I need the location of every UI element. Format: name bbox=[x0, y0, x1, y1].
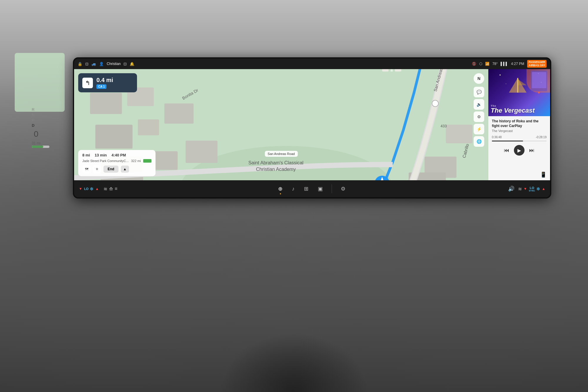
nav-tab-btn[interactable]: ⊕ bbox=[276, 184, 284, 193]
toolbar-left: ▼ LO ❄ ▲ ≋ ⟰ ≡ bbox=[79, 186, 117, 192]
battery-icon bbox=[143, 159, 151, 163]
steering-wheel-hint bbox=[220, 333, 368, 392]
next-btn[interactable]: ⏭ bbox=[529, 147, 534, 154]
phone-btn[interactable]: 📱 bbox=[540, 171, 547, 178]
time-elapsed: 0:36:48 bbox=[492, 136, 502, 139]
progress-bar[interactable] bbox=[492, 141, 547, 141]
gear-indicator: R N P D bbox=[32, 107, 34, 128]
range-text: 322 mi bbox=[131, 159, 141, 163]
bottom-toolbar: ▼ LO ❄ ▲ ≋ ⟰ ≡ ⊕ ♪ bbox=[74, 180, 550, 197]
left-fan-control: LO ❄ bbox=[84, 186, 93, 192]
show-name: The Vergecast bbox=[492, 129, 547, 133]
temperature: 78° bbox=[492, 62, 498, 66]
gear-d: D bbox=[32, 123, 34, 128]
time: 4:27 PM bbox=[511, 62, 524, 66]
trip-eta: 4:40 PM bbox=[111, 153, 126, 157]
settings-tab-btn[interactable]: ⚙ bbox=[339, 184, 347, 193]
north-indicator: N bbox=[474, 73, 484, 84]
copy-icon[interactable]: ⊡ bbox=[85, 62, 88, 66]
battery-bar bbox=[32, 146, 49, 148]
svg-point-20 bbox=[432, 100, 439, 107]
battery-fill bbox=[32, 146, 43, 148]
podcast-cover[interactable]: The The Vergecast bbox=[488, 69, 550, 116]
svg-rect-4 bbox=[95, 125, 132, 149]
trip-stats: 8 mi 13 min 4:40 PM bbox=[82, 153, 151, 157]
toolbar-divider bbox=[332, 184, 332, 193]
media-times: 0:36:48 -0:28:19 bbox=[492, 136, 547, 139]
person-icon[interactable]: 👤 bbox=[99, 62, 104, 66]
map-area[interactable]: CA 1 Saint Abraham's Classical Christian… bbox=[74, 69, 488, 180]
flash-btn[interactable]: ⚡ bbox=[474, 124, 484, 134]
car-icon[interactable]: 🚙 bbox=[91, 62, 96, 66]
apps-tab-btn[interactable]: ⊞ bbox=[302, 184, 310, 193]
right-up-arrow[interactable]: ▲ bbox=[542, 187, 545, 191]
volume-btn-right[interactable]: 🔊 bbox=[506, 184, 516, 193]
seat-heat-1[interactable]: ≋ bbox=[103, 186, 107, 192]
svg-rect-28 bbox=[517, 78, 518, 93]
expand-btn[interactable]: ▲ bbox=[121, 166, 129, 173]
svg-rect-8 bbox=[154, 151, 178, 170]
volume-btn[interactable]: 🔉 bbox=[474, 99, 484, 110]
status-left: 🔒 ⊡ 🚙 👤 Christian ⊡ 🔔 bbox=[78, 62, 134, 66]
prev-btn[interactable]: ⏮ bbox=[504, 147, 509, 154]
svg-rect-2 bbox=[90, 93, 122, 114]
range-display: 31 mi bbox=[32, 141, 40, 145]
vergecast-title: The Vergecast bbox=[491, 107, 548, 114]
svg-rect-15 bbox=[395, 69, 401, 71]
svg-rect-11 bbox=[446, 125, 472, 143]
right-seat-heat[interactable]: ≋ bbox=[518, 186, 522, 192]
svg-rect-35 bbox=[532, 72, 546, 88]
car-dashboard: R N P D 0 31 mi 🔒 ⊡ 🚙 👤 Christian ⊡ 🔔 bbox=[0, 0, 588, 392]
podcast-title-overlay: The The Vergecast bbox=[491, 104, 548, 114]
media-controls: ⏮ ▶ ⏭ bbox=[492, 145, 547, 156]
signal-bars: ▌▌▌ bbox=[501, 62, 508, 66]
lock-icon[interactable]: 🔒 bbox=[78, 62, 82, 66]
trip-duration: 13 min bbox=[95, 153, 107, 157]
svg-text:Christian Academy: Christian Academy bbox=[256, 166, 296, 172]
map-controls: 💬 🔉 ⚙ ⚡ 🌐 bbox=[474, 87, 484, 147]
wifi-off-icon: 📵 bbox=[472, 62, 476, 66]
time-remaining: -0:28:19 bbox=[536, 136, 547, 139]
trip-actions: 🗺 + End ▲ bbox=[82, 165, 151, 173]
bell-icon[interactable]: 🔔 bbox=[130, 62, 134, 66]
bluetooth-icon: ⬡ bbox=[479, 62, 482, 66]
left-fan-icon[interactable]: ❄ bbox=[90, 186, 93, 192]
globe-btn[interactable]: 🌐 bbox=[474, 136, 484, 147]
svg-point-30 bbox=[500, 74, 501, 76]
episode-title: The history of Roku and the fight over C… bbox=[492, 119, 547, 128]
music-tab-btn[interactable]: ♪ bbox=[290, 185, 296, 193]
gear-r: R bbox=[32, 107, 34, 112]
signal-icon: 📶 bbox=[485, 62, 490, 66]
chat-btn[interactable]: 💬 bbox=[474, 87, 484, 97]
airbag-badge: PASSENGER AIRBAG OFF bbox=[527, 60, 547, 68]
left-cluster: R N P D 0 31 mi bbox=[15, 53, 65, 112]
camera-tab-btn[interactable]: ▣ bbox=[316, 184, 325, 193]
right-fan-icon[interactable]: ❄ bbox=[536, 186, 540, 192]
right-down-arrow[interactable]: ▼ bbox=[524, 187, 527, 191]
trip-destination: Jade Street Park CommunityC... 322 mi bbox=[82, 159, 151, 163]
left-up-arrow[interactable]: ▲ bbox=[95, 187, 99, 191]
trip-distance: 8 mi bbox=[82, 153, 90, 157]
play-pause-btn[interactable]: ▶ bbox=[514, 145, 524, 156]
nav-distance: 0.4 mi bbox=[96, 77, 133, 84]
toolbar-center: ⊕ ♪ ⊞ ▣ ⚙ bbox=[117, 184, 506, 193]
left-down-arrow[interactable]: ▼ bbox=[79, 187, 82, 191]
svg-text:Saint Abraham's Classical: Saint Abraham's Classical bbox=[248, 160, 303, 165]
svg-rect-9 bbox=[186, 141, 217, 163]
right-fan-control: LO SYNC ❄ bbox=[529, 186, 540, 192]
nav-info: 0.4 mi CA 1 bbox=[96, 77, 133, 89]
add-stop-btn[interactable]: + bbox=[93, 165, 101, 173]
settings-btn[interactable]: ⚙ bbox=[474, 111, 484, 122]
heated-seat-icon[interactable]: ≡ bbox=[115, 186, 117, 191]
status-right: 📵 ⬡ 📶 78° ▌▌▌ 4:27 PM PASSENGER AIRBAG O… bbox=[472, 60, 547, 68]
nav-road-badge: CA 1 bbox=[96, 84, 133, 89]
svg-text:433: 433 bbox=[440, 124, 447, 128]
gear-n: N bbox=[32, 113, 34, 117]
end-route-btn[interactable]: End bbox=[103, 166, 118, 173]
main-content-area: CA 1 Saint Abraham's Classical Christian… bbox=[74, 69, 550, 180]
nav-instruction-card: ↰ 0.4 mi CA 1 bbox=[78, 73, 137, 92]
route-icon-btn[interactable]: 🗺 bbox=[82, 165, 91, 173]
status-bar: 🔒 ⊡ 🚙 👤 Christian ⊡ 🔔 📵 ⬡ 📶 78° ▌▌▌ 4:27… bbox=[74, 59, 550, 69]
profile-icon[interactable]: ⊡ bbox=[123, 62, 127, 66]
defrost-icon[interactable]: ⟰ bbox=[109, 186, 113, 192]
